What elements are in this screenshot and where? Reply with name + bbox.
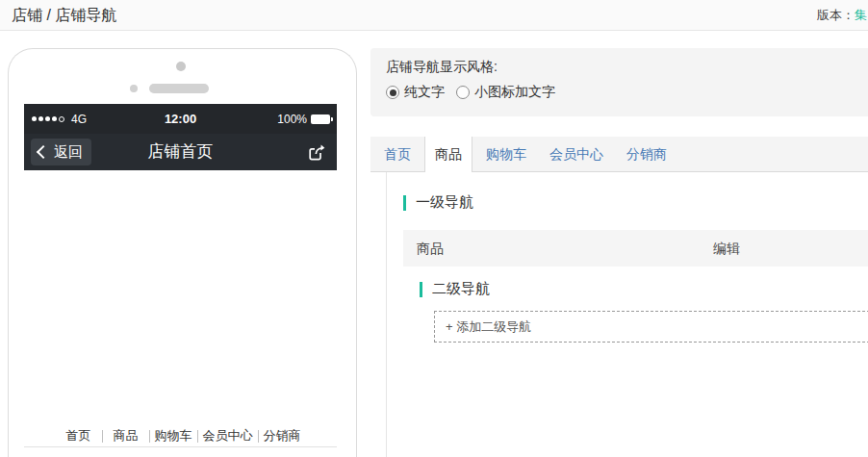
phone-status-bar: 4G 12:00 100% <box>24 104 337 134</box>
phone-page-title: 店铺首页 <box>24 134 337 170</box>
style-options-label: 店铺导航显示风格: <box>386 59 498 76</box>
tab-cart[interactable]: 购物车 <box>476 137 536 171</box>
add-level2-nav-button[interactable]: + 添加二级导航 <box>434 311 868 343</box>
footer-nav-item: 分销商 <box>259 427 306 444</box>
phone-nav-bar: 返回 店铺首页 <box>24 134 337 170</box>
version-link[interactable]: 集 <box>855 8 867 22</box>
radio-selected-icon[interactable] <box>386 86 399 99</box>
level1-section-title: 一级导航 <box>403 193 473 212</box>
section-title-text: 一级导航 <box>416 193 473 212</box>
radio-label[interactable]: 小图标加文字 <box>474 84 555 101</box>
tab-home[interactable]: 首页 <box>374 137 421 171</box>
phone-content-area <box>24 170 337 425</box>
level2-section-title: 二级导航 <box>420 280 490 298</box>
radio-option-pure-text[interactable]: 纯文字 <box>386 84 445 101</box>
radio-unselected-icon[interactable] <box>456 86 470 99</box>
footer-nav-item: 首页 <box>56 427 102 444</box>
radio-label[interactable]: 纯文字 <box>404 84 445 101</box>
phone-screen: 4G 12:00 100% 返回 店铺首页 <box>24 104 337 447</box>
section-title-text: 二级导航 <box>432 280 490 298</box>
top-header: 店铺 / 店铺导航 版本：集 <box>0 0 868 31</box>
shop-navigation-page: 店铺 / 店铺导航 版本：集 4G 12:00 100% <box>0 0 868 457</box>
status-right: 100% <box>277 104 330 134</box>
tab-content-panel: 一级导航 商品 编辑 二级导航 + 添加二级导航 <box>386 172 868 457</box>
breadcrumb: 店铺 / 店铺导航 <box>12 0 116 30</box>
camera-dot-icon <box>176 62 186 71</box>
version-label: 版本： <box>817 8 855 22</box>
battery-icon <box>311 114 330 124</box>
edit-link[interactable]: 编辑 <box>713 230 740 267</box>
style-radio-group: 纯文字 小图标加文字 <box>386 84 555 101</box>
footer-nav-item: 购物车 <box>150 427 197 444</box>
share-icon <box>306 141 327 163</box>
accent-bar <box>420 282 422 297</box>
version-info: 版本：集 <box>817 0 867 30</box>
footer-nav-item: 商品 <box>103 427 149 444</box>
nav-item-name: 商品 <box>403 241 444 256</box>
tab-member-center[interactable]: 会员中心 <box>540 137 613 171</box>
accent-bar <box>403 195 406 211</box>
tab-distributor[interactable]: 分销商 <box>617 137 677 171</box>
style-options-panel: 店铺导航显示风格: 纯文字 小图标加文字 <box>370 48 868 116</box>
level1-nav-row: 商品 编辑 <box>403 230 868 267</box>
speaker-icon <box>149 84 209 93</box>
sensor-dot-icon <box>130 85 138 92</box>
nav-tab-bar: 首页商品购物车会员中心分销商 <box>370 137 868 172</box>
footer-nav-item: 会员中心 <box>198 427 258 444</box>
radio-option-icon-text[interactable]: 小图标加文字 <box>456 84 555 101</box>
tab-goods[interactable]: 商品 <box>424 137 472 172</box>
phone-preview-frame: 4G 12:00 100% 返回 店铺首页 <box>8 48 357 457</box>
battery-percent: 100% <box>277 113 307 126</box>
phone-footer-nav: 首页 商品 购物车 会员中心 分销商 <box>24 425 337 447</box>
